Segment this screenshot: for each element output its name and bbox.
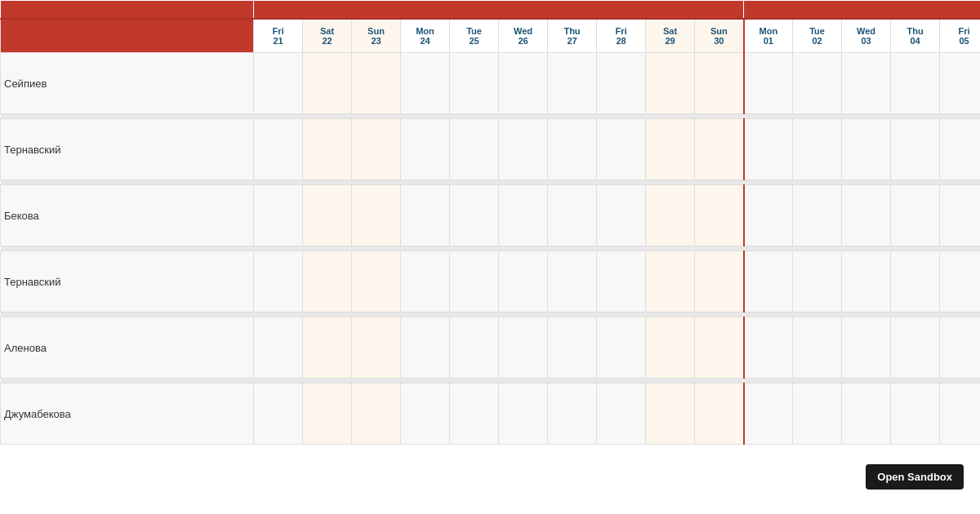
day-cell	[254, 317, 303, 379]
day-cell	[499, 251, 548, 312]
day-cell	[401, 185, 450, 246]
day-header-thu27: Thu27	[548, 19, 597, 53]
day-cell	[940, 53, 980, 114]
table-row: Тернавский	[1, 119, 981, 180]
table-row: Тернавский	[1, 251, 981, 312]
day-cell	[597, 251, 646, 312]
day-cell	[548, 317, 597, 379]
day-header-sun23: Sun23	[352, 19, 401, 53]
name-column-header	[1, 1, 254, 19]
day-cell	[744, 383, 793, 445]
day-header-wed03: Wed03	[842, 19, 891, 53]
person-name: Сейпиев	[1, 53, 254, 114]
day-cell	[891, 251, 940, 312]
day-cell	[695, 383, 744, 445]
day-cell	[744, 317, 793, 379]
day-cell	[254, 383, 303, 445]
day-cell	[842, 317, 891, 379]
day-header-sat29: Sat29	[646, 19, 695, 53]
day-cell	[303, 251, 352, 312]
day-cell	[352, 317, 401, 379]
day-cell	[401, 383, 450, 445]
day-cell	[401, 251, 450, 312]
calendar-container: Fri21Sat22Sun23Mon24Tue25Wed26Thu27Fri28…	[0, 0, 980, 514]
day-cell	[744, 185, 793, 246]
day-cell	[646, 185, 695, 246]
day-cell	[940, 251, 980, 312]
day-cell	[548, 185, 597, 246]
day-cell	[891, 185, 940, 246]
day-cell	[254, 185, 303, 246]
day-header-sat22: Sat22	[303, 19, 352, 53]
day-cell	[548, 53, 597, 114]
day-cell	[646, 119, 695, 180]
day-cell	[254, 53, 303, 114]
day-header-sun30: Sun30	[695, 19, 744, 53]
day-header-wed26: Wed26	[499, 19, 548, 53]
day-cell	[352, 185, 401, 246]
day-cell	[254, 251, 303, 312]
day-cell	[695, 317, 744, 379]
day-cell	[695, 53, 744, 114]
day-cell	[793, 383, 842, 445]
day-cell	[254, 119, 303, 180]
day-cell	[597, 383, 646, 445]
day-header-tue02: Tue02	[793, 19, 842, 53]
name-column-subheader	[1, 19, 254, 53]
day-cell	[793, 251, 842, 312]
day-cell	[303, 317, 352, 379]
day-cell	[793, 53, 842, 114]
day-header-row: Fri21Sat22Sun23Mon24Tue25Wed26Thu27Fri28…	[1, 19, 981, 53]
day-cell	[842, 251, 891, 312]
day-cell	[450, 119, 499, 180]
week1-header	[254, 1, 744, 19]
day-cell	[303, 53, 352, 114]
day-header-mon01: Mon01	[744, 19, 793, 53]
day-cell	[793, 317, 842, 379]
day-cell	[646, 317, 695, 379]
day-cell	[450, 251, 499, 312]
week2-header	[744, 1, 980, 19]
day-cell	[352, 53, 401, 114]
day-cell	[499, 53, 548, 114]
day-cell	[842, 185, 891, 246]
day-cell	[597, 53, 646, 114]
day-cell	[597, 119, 646, 180]
day-cell	[793, 119, 842, 180]
day-cell	[450, 53, 499, 114]
person-name: Бекова	[1, 185, 254, 246]
day-cell	[352, 119, 401, 180]
day-cell	[499, 383, 548, 445]
table-row: Аленова	[1, 317, 981, 379]
table-row: Бекова	[1, 185, 981, 246]
day-cell	[548, 251, 597, 312]
day-cell	[891, 119, 940, 180]
day-cell	[401, 119, 450, 180]
day-cell	[842, 119, 891, 180]
person-name: Аленова	[1, 317, 254, 379]
day-cell	[646, 383, 695, 445]
day-cell	[940, 383, 980, 445]
person-name: Джумабекова	[1, 383, 254, 445]
day-cell	[646, 251, 695, 312]
day-cell	[401, 53, 450, 114]
day-cell	[303, 185, 352, 246]
day-cell	[744, 53, 793, 114]
day-header-thu04: Thu04	[891, 19, 940, 53]
day-cell	[646, 53, 695, 114]
day-cell	[499, 185, 548, 246]
day-cell	[842, 383, 891, 445]
day-cell	[891, 383, 940, 445]
person-name: Тернавский	[1, 119, 254, 180]
day-cell	[450, 317, 499, 379]
open-sandbox-tooltip[interactable]: Open Sandbox	[866, 464, 964, 490]
day-cell	[695, 185, 744, 246]
day-cell	[695, 119, 744, 180]
day-cell	[548, 119, 597, 180]
day-cell	[793, 185, 842, 246]
day-cell	[352, 251, 401, 312]
day-cell	[450, 383, 499, 445]
day-cell	[940, 119, 980, 180]
day-cell	[695, 251, 744, 312]
header-band-row	[1, 1, 981, 19]
